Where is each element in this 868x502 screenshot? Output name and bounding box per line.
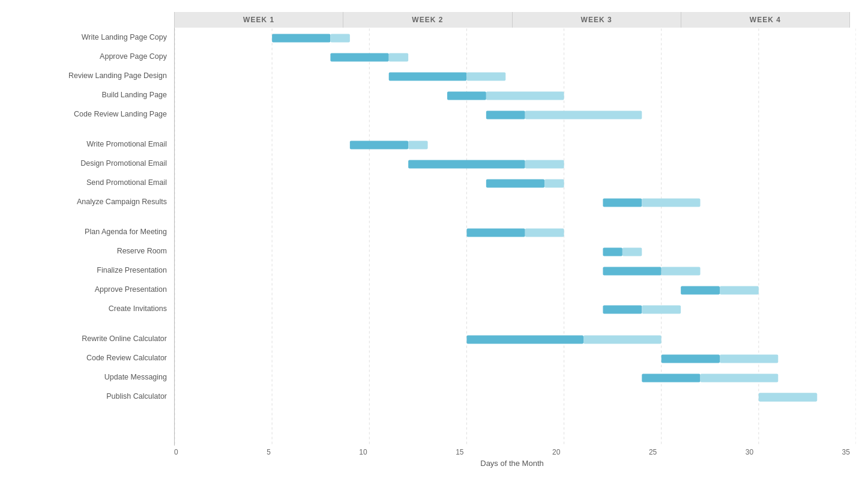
- x-label-0: 0: [174, 448, 178, 456]
- x-axis-labels: 0 5 10 15 20 25 30 35: [174, 446, 850, 456]
- svg-rect-12: [389, 73, 467, 81]
- task-label: Code Review Calculator: [12, 348, 174, 367]
- svg-rect-39: [720, 355, 778, 363]
- svg-rect-36: [466, 336, 583, 344]
- svg-rect-40: [642, 374, 700, 383]
- svg-rect-15: [486, 92, 564, 100]
- svg-rect-25: [642, 199, 700, 207]
- svg-rect-23: [544, 180, 564, 188]
- x-axis-title: Days of the Month: [174, 459, 850, 468]
- svg-rect-19: [408, 141, 427, 150]
- task-label: Approve Presentation: [12, 280, 174, 299]
- task-label: Send Promotional Email: [12, 173, 174, 192]
- task-label: Finalize Presentation: [12, 261, 174, 280]
- svg-rect-38: [662, 355, 720, 363]
- svg-rect-32: [681, 286, 720, 295]
- task-label: Write Landing Page Copy: [12, 28, 174, 47]
- svg-rect-41: [701, 374, 779, 383]
- chart-body: Write Landing Page CopyApprove Page Copy…: [12, 28, 856, 446]
- task-label: Approve Page Copy: [12, 47, 174, 66]
- svg-rect-30: [603, 267, 661, 276]
- svg-rect-9: [330, 34, 349, 43]
- task-label: Publish Calculator: [12, 387, 174, 406]
- week-3-header: WEEK 3: [513, 12, 681, 28]
- x-label-15: 15: [456, 448, 463, 456]
- x-label-35: 35: [842, 448, 850, 456]
- svg-rect-27: [525, 229, 564, 237]
- svg-rect-20: [408, 160, 525, 169]
- svg-rect-18: [350, 141, 408, 150]
- task-label: Write Promotional Email: [12, 135, 174, 154]
- week-header: WEEK 1 WEEK 2 WEEK 3 WEEK 4: [174, 12, 850, 28]
- svg-rect-37: [583, 336, 662, 344]
- task-label: Design Promotional Email: [12, 154, 174, 173]
- spacer-row: [12, 318, 174, 329]
- svg-rect-16: [486, 111, 525, 119]
- gantt-svg: [175, 28, 856, 446]
- svg-rect-31: [662, 267, 701, 276]
- week-2-header: WEEK 2: [343, 12, 512, 28]
- svg-rect-22: [486, 180, 544, 188]
- spacer-row: [12, 211, 174, 222]
- task-label: Rewrite Online Calculator: [12, 329, 174, 348]
- svg-rect-10: [330, 53, 388, 62]
- task-label: Code Review Landing Page: [12, 104, 174, 124]
- chart-container: WEEK 1 WEEK 2 WEEK 3 WEEK 4 Write Landin…: [0, 0, 868, 502]
- svg-rect-24: [603, 199, 642, 207]
- task-label: Review Landing Page Design: [12, 66, 174, 85]
- svg-rect-28: [603, 248, 622, 256]
- svg-rect-35: [642, 306, 681, 314]
- svg-rect-8: [272, 34, 330, 43]
- svg-rect-17: [525, 111, 642, 119]
- task-labels: Write Landing Page CopyApprove Page Copy…: [12, 28, 174, 446]
- svg-rect-26: [466, 229, 525, 237]
- svg-rect-11: [389, 53, 408, 62]
- svg-rect-34: [603, 306, 642, 314]
- x-label-25: 25: [649, 448, 657, 456]
- task-label: Reserve Room: [12, 241, 174, 261]
- task-label: Analyze Campaign Results: [12, 192, 174, 211]
- x-label-10: 10: [359, 448, 367, 456]
- task-label: Build Landing Page: [12, 85, 174, 104]
- gantt-area: [174, 28, 856, 446]
- svg-rect-33: [720, 286, 759, 295]
- task-label: Update Messaging: [12, 367, 174, 387]
- x-label-20: 20: [552, 448, 560, 456]
- week-4-header: WEEK 4: [681, 12, 850, 28]
- svg-rect-21: [525, 160, 564, 169]
- x-label-5: 5: [267, 448, 271, 456]
- svg-rect-14: [447, 92, 486, 100]
- task-label: Create Invitations: [12, 299, 174, 318]
- spacer-row: [12, 124, 174, 135]
- week-1-header: WEEK 1: [174, 12, 343, 28]
- x-axis-area: 0 5 10 15 20 25 30 35 Days of the Month: [174, 446, 850, 468]
- svg-rect-13: [466, 73, 505, 81]
- task-label: Plan Agenda for Meeting: [12, 222, 174, 241]
- x-label-30: 30: [746, 448, 753, 456]
- svg-rect-43: [759, 393, 817, 402]
- svg-rect-29: [622, 248, 642, 256]
